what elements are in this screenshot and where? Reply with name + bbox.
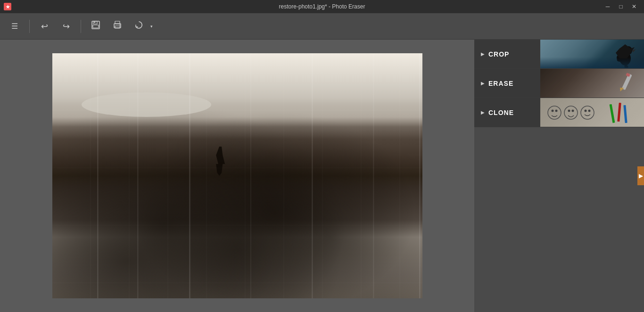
clone-label: CLONE xyxy=(488,109,514,116)
window-title: restore-photo1.jpg* - Photo Eraser xyxy=(279,3,365,10)
svg-rect-2 xyxy=(93,25,99,28)
clone-arrow-icon: ▶ xyxy=(481,110,485,115)
refresh-dropdown-button[interactable]: ▾ xyxy=(148,17,155,35)
undo-button[interactable]: ↩ xyxy=(35,17,53,35)
clone-label-area: ▶ CLONE xyxy=(474,98,540,127)
right-panel: ▶ CROP xyxy=(474,40,644,312)
main-layout: ▶ CROP xyxy=(0,40,644,312)
crop-arrow-icon: ▶ xyxy=(481,51,485,57)
toolbar-separator-1 xyxy=(29,20,30,33)
app-icon: ★ xyxy=(4,3,11,10)
menu-button[interactable]: ☰ xyxy=(6,17,24,35)
svg-rect-3 xyxy=(94,22,95,23)
redo-button[interactable]: ↪ xyxy=(57,17,75,35)
refresh-icon xyxy=(134,20,144,32)
close-button[interactable]: ✕ xyxy=(628,2,640,11)
window-controls: ─ □ ✕ xyxy=(602,2,640,11)
photo-overlay xyxy=(52,53,422,298)
canvas-area[interactable] xyxy=(0,40,474,312)
erase-arrow-icon: ▶ xyxy=(481,81,485,86)
undo-icon: ↩ xyxy=(41,21,48,32)
refresh-button[interactable] xyxy=(130,17,148,35)
photo-canvas xyxy=(52,53,422,298)
erase-label: ERASE xyxy=(488,80,513,87)
erase-label-area: ▶ ERASE xyxy=(474,69,540,98)
save-icon xyxy=(91,20,100,32)
print-button[interactable] xyxy=(108,17,126,35)
erase-section[interactable]: ▶ ERASE xyxy=(474,69,644,98)
toolbar: ☰ ↩ ↪ xyxy=(0,13,644,40)
refresh-group: ▾ xyxy=(130,17,155,35)
title-bar: ★ restore-photo1.jpg* - Photo Eraser ─ □… xyxy=(0,0,644,13)
expand-panel-handle[interactable]: ▶ xyxy=(637,166,644,185)
crop-section[interactable]: ▶ CROP xyxy=(474,40,644,69)
chevron-down-icon: ▾ xyxy=(150,24,153,29)
save-button[interactable] xyxy=(87,17,105,35)
clone-section[interactable]: ▶ CLONE xyxy=(474,98,644,127)
toolbar-separator-2 xyxy=(81,20,81,33)
print-icon xyxy=(113,20,122,32)
expand-arrow-icon: ▶ xyxy=(639,172,643,179)
minimize-button[interactable]: ─ xyxy=(602,2,614,11)
title-bar-left: ★ xyxy=(4,3,11,10)
svg-point-7 xyxy=(119,25,120,25)
crop-label-area: ▶ CROP xyxy=(474,40,540,68)
redo-icon: ↪ xyxy=(63,21,70,32)
crop-label: CROP xyxy=(488,50,509,58)
maximize-button[interactable]: □ xyxy=(615,2,627,11)
hamburger-icon: ☰ xyxy=(11,22,18,31)
